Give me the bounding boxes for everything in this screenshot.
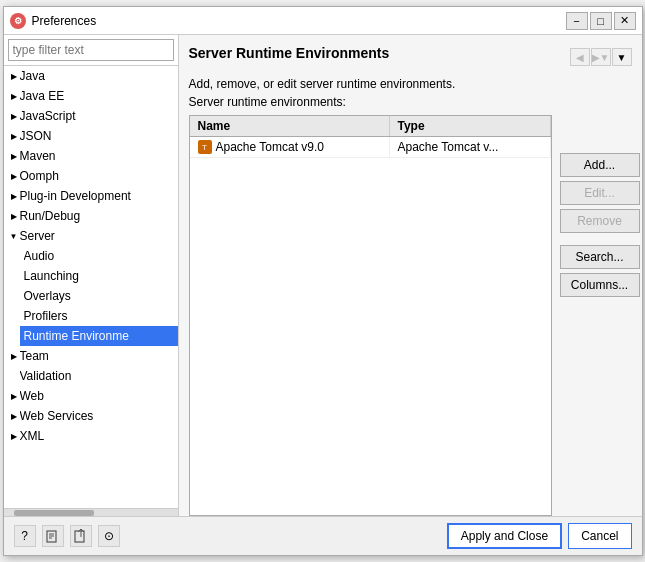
expand-arrow: ▶ <box>8 350 20 362</box>
col-name: Name <box>190 116 390 136</box>
expand-arrow: ▶ <box>8 110 20 122</box>
table-header: Name Type <box>190 116 551 137</box>
expand-arrow: ▶ <box>8 130 20 142</box>
sidebar-item-web[interactable]: ▶ Web <box>4 386 178 406</box>
sidebar-item-label: Runtime Environme <box>24 329 129 343</box>
export-icon[interactable] <box>70 525 92 547</box>
sidebar-item-overlays[interactable]: Overlays <box>20 286 178 306</box>
bottom-bar: ? ⊙ Apply and Close Cancel <box>4 516 642 555</box>
settings-icon[interactable]: ⊙ <box>98 525 120 547</box>
search-box <box>4 35 178 66</box>
window-title: Preferences <box>32 14 97 28</box>
sidebar-item-team[interactable]: ▶ Team <box>4 346 178 366</box>
sidebar-item-label: XML <box>20 429 45 443</box>
button-panel: Add... Edit... Remove Search... Columns.… <box>552 115 642 516</box>
sidebar-item-oomph[interactable]: ▶ Oomph <box>4 166 178 186</box>
sidebar-item-label: Web <box>20 389 44 403</box>
cell-name: T Apache Tomcat v9.0 <box>190 137 390 157</box>
apply-close-button[interactable]: Apply and Close <box>447 523 562 549</box>
sidebar-item-runtime-environments[interactable]: Runtime Environme <box>20 326 178 346</box>
sidebar-item-server[interactable]: ▼ Server <box>4 226 178 246</box>
col-type: Type <box>390 116 551 136</box>
cell-type: Apache Tomcat v... <box>390 137 551 157</box>
maximize-button[interactable]: □ <box>590 12 612 30</box>
table-row[interactable]: T Apache Tomcat v9.0 Apache Tomcat v... <box>190 137 551 158</box>
sidebar-item-label: Launching <box>24 269 79 283</box>
sidebar-item-label: Maven <box>20 149 56 163</box>
sidebar-item-validation[interactable]: Validation <box>4 366 178 386</box>
bottom-right: Apply and Close Cancel <box>447 523 632 549</box>
panel-and-btns: Name Type T Apache Tomcat v9.0 Apache To… <box>179 115 642 516</box>
expand-arrow: ▶ <box>8 430 20 442</box>
sidebar-item-label: Run/Debug <box>20 209 81 223</box>
sidebar-item-json[interactable]: ▶ JSON <box>4 126 178 146</box>
columns-button[interactable]: Columns... <box>560 273 640 297</box>
expand-arrow: ▶ <box>8 150 20 162</box>
sidebar-item-label: Audio <box>24 249 55 263</box>
server-table: Name Type T Apache Tomcat v9.0 Apache To… <box>189 115 552 516</box>
search-input[interactable] <box>8 39 174 61</box>
preferences-window: ⚙ Preferences − □ ✕ ▶ Java ▶ Java EE <box>3 6 643 556</box>
tree: ▶ Java ▶ Java EE ▶ JavaScript ▶ JSON ▶ <box>4 66 178 508</box>
scrollbar-thumb <box>14 510 94 516</box>
add-button[interactable]: Add... <box>560 153 640 177</box>
expand-arrow: ▶ <box>8 170 20 182</box>
forward-dropdown-button[interactable]: ▶▼ <box>591 48 611 66</box>
server-name: Apache Tomcat v9.0 <box>216 140 325 154</box>
sidebar-item-maven[interactable]: ▶ Maven <box>4 146 178 166</box>
svg-rect-4 <box>75 531 84 542</box>
sidebar-scrollbar[interactable] <box>4 508 178 516</box>
expand-arrow: ▶ <box>8 390 20 402</box>
main-wrapper: Server Runtime Environments ◀ ▶▼ ▼ Add, … <box>179 35 642 516</box>
expand-arrow: ▶ <box>8 70 20 82</box>
search-button[interactable]: Search... <box>560 245 640 269</box>
expand-arrow: ▼ <box>8 230 20 242</box>
sidebar-item-audio[interactable]: Audio <box>20 246 178 266</box>
sidebar: ▶ Java ▶ Java EE ▶ JavaScript ▶ JSON ▶ <box>4 35 179 516</box>
app-icon: ⚙ <box>10 13 26 29</box>
edit-button[interactable]: Edit... <box>560 181 640 205</box>
sidebar-item-label: JSON <box>20 129 52 143</box>
sidebar-item-label: Oomph <box>20 169 59 183</box>
table-body: T Apache Tomcat v9.0 Apache Tomcat v... <box>190 137 551 515</box>
sidebar-item-label: Web Services <box>20 409 94 423</box>
sidebar-item-rundebug[interactable]: ▶ Run/Debug <box>4 206 178 226</box>
tomcat-icon: T <box>198 140 212 154</box>
sidebar-item-label: Overlays <box>24 289 71 303</box>
cancel-button[interactable]: Cancel <box>568 523 631 549</box>
restore-defaults-icon[interactable] <box>42 525 64 547</box>
sidebar-item-label: Profilers <box>24 309 68 323</box>
help-icon[interactable]: ? <box>14 525 36 547</box>
expand-arrow: ▶ <box>8 90 20 102</box>
sidebar-item-plugin-dev[interactable]: ▶ Plug-in Development <box>4 186 178 206</box>
content-area: ▶ Java ▶ Java EE ▶ JavaScript ▶ JSON ▶ <box>4 35 642 516</box>
dropdown-button[interactable]: ▼ <box>612 48 632 66</box>
sidebar-item-label: Server <box>20 229 55 243</box>
title-bar: ⚙ Preferences − □ ✕ <box>4 7 642 35</box>
sidebar-item-javascript[interactable]: ▶ JavaScript <box>4 106 178 126</box>
expand-arrow: ▶ <box>8 190 20 202</box>
sidebar-item-webservices[interactable]: ▶ Web Services <box>4 406 178 426</box>
nav-arrows: ◀ ▶▼ ▼ <box>570 48 632 66</box>
sidebar-item-label: Java EE <box>20 89 65 103</box>
sidebar-item-label: JavaScript <box>20 109 76 123</box>
sidebar-item-label: Validation <box>20 369 72 383</box>
close-button[interactable]: ✕ <box>614 12 636 30</box>
sidebar-item-xml[interactable]: ▶ XML <box>4 426 178 446</box>
back-button[interactable]: ◀ <box>570 48 590 66</box>
sidebar-item-label: Java <box>20 69 45 83</box>
remove-button[interactable]: Remove <box>560 209 640 233</box>
bottom-left: ? ⊙ <box>14 525 120 547</box>
expand-arrow: ▶ <box>8 210 20 222</box>
expand-arrow: ▶ <box>8 410 20 422</box>
sidebar-item-launching[interactable]: Launching <box>20 266 178 286</box>
sidebar-item-label: Team <box>20 349 49 363</box>
panel-title: Server Runtime Environments <box>189 45 390 61</box>
minimize-button[interactable]: − <box>566 12 588 30</box>
sidebar-item-javaee[interactable]: ▶ Java EE <box>4 86 178 106</box>
panel-sub-label: Server runtime environments: <box>189 95 632 109</box>
sidebar-item-profilers[interactable]: Profilers <box>20 306 178 326</box>
panel-description: Add, remove, or edit server runtime envi… <box>189 77 632 91</box>
sidebar-item-java[interactable]: ▶ Java <box>4 66 178 86</box>
sidebar-item-label: Plug-in Development <box>20 189 131 203</box>
